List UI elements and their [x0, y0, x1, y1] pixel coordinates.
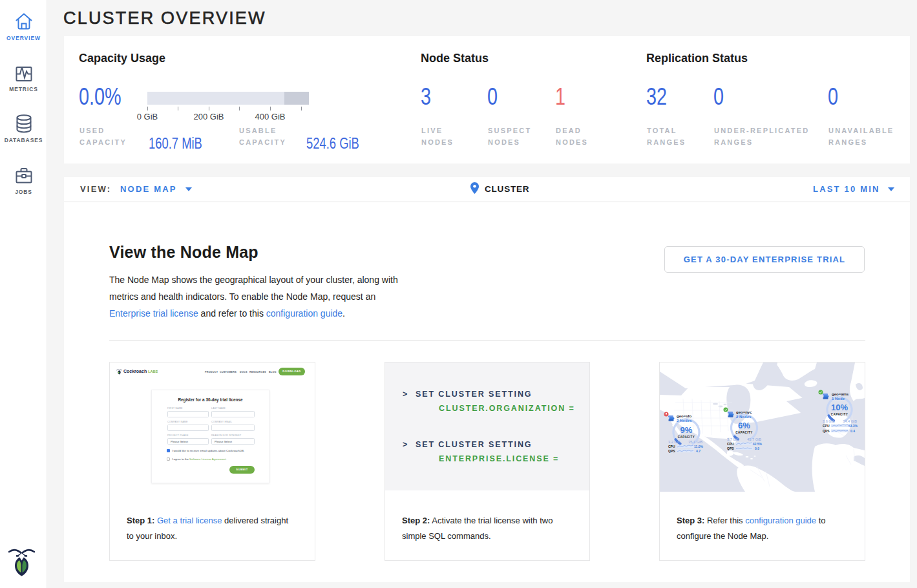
svg-text:2 Nodes: 2 Nodes [736, 415, 752, 419]
svg-text:4.7: 4.7 [696, 449, 701, 453]
svg-text:9%: 9% [680, 425, 693, 435]
svg-text:geo=ams: geo=ams [832, 392, 849, 396]
svg-text:34.4 GiB: 34.4 GiB [843, 419, 857, 423]
svg-text:45.7 GiB: 45.7 GiB [747, 437, 761, 441]
svg-text:CAPACITY: CAPACITY [735, 431, 752, 434]
svg-text:35.1 GiB: 35.1 GiB [688, 440, 702, 444]
svg-text:3.7 GiB: 3.7 GiB [727, 437, 739, 441]
svg-text:3.2 GiB: 3.2 GiB [668, 440, 680, 444]
svg-text:11.0%: 11.0% [694, 445, 703, 448]
svg-text:2 Nodes: 2 Nodes [677, 419, 692, 423]
svg-text:QPS: QPS [823, 429, 830, 433]
svg-text:geo=sfo: geo=sfo [677, 414, 692, 418]
svg-text:QPS: QPS [727, 446, 734, 450]
svg-text:QPS: QPS [668, 449, 675, 453]
svg-text:CPU: CPU [823, 424, 830, 428]
svg-text:0.0: 0.0 [755, 446, 759, 450]
svg-text:geo=nyc: geo=nyc [736, 410, 752, 414]
svg-text:1 Node: 1 Node [832, 397, 845, 401]
svg-text:CPU: CPU [668, 445, 675, 448]
svg-text:CPU: CPU [727, 442, 734, 446]
svg-text:53.3%: 53.3% [848, 424, 858, 428]
svg-text:3.6 GiB: 3.6 GiB [823, 419, 835, 423]
svg-text:42.5%: 42.5% [753, 442, 763, 446]
svg-text:CAPACITY: CAPACITY [831, 413, 848, 416]
svg-text:10%: 10% [831, 403, 848, 412]
svg-text:0.4: 0.4 [850, 429, 855, 433]
svg-text:CAPACITY: CAPACITY [678, 436, 695, 439]
svg-text:6%: 6% [738, 421, 750, 430]
